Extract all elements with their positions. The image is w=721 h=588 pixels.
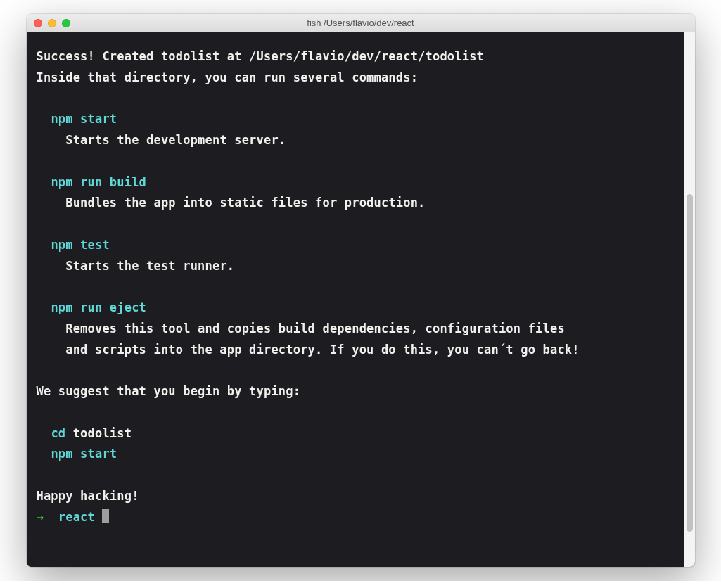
terminal-window: fish /Users/flavio/dev/react Success! Cr…	[27, 14, 695, 567]
scrollbar-thumb[interactable]	[687, 194, 693, 532]
traffic-lights	[34, 19, 70, 27]
prompt-arrow-icon: →	[37, 510, 44, 524]
window-title: fish /Users/flavio/dev/react	[27, 18, 695, 28]
cursor-icon	[102, 509, 109, 523]
inside-line: Inside that directory, you can run sever…	[37, 70, 419, 84]
terminal-output[interactable]: Success! Created todolist at /Users/flav…	[27, 32, 684, 567]
titlebar[interactable]: fish /Users/flavio/dev/react	[27, 14, 695, 32]
happy-line: Happy hacking!	[37, 489, 139, 503]
cmd-build-desc: Bundles the app into static files for pr…	[65, 196, 425, 210]
maximize-icon[interactable]	[62, 19, 70, 27]
cmd-start: npm start	[51, 112, 117, 126]
suggest-start: npm start	[51, 447, 117, 461]
close-icon[interactable]	[34, 19, 42, 27]
cmd-test-desc: Starts the test runner.	[65, 259, 234, 273]
minimize-icon[interactable]	[48, 19, 56, 27]
cmd-build: npm run build	[51, 175, 146, 189]
cmd-test: npm test	[51, 238, 109, 252]
cmd-start-desc: Starts the development server.	[65, 133, 286, 147]
success-line: Success! Created todolist at /Users/flav…	[37, 49, 485, 63]
suggest-cd: cd	[51, 426, 65, 440]
suggest-cd-arg: todolist	[73, 426, 132, 440]
cmd-eject-desc: Removes this tool and copies build depen…	[37, 321, 580, 357]
scrollbar-track[interactable]	[684, 32, 695, 567]
terminal-wrapper: Success! Created todolist at /Users/flav…	[27, 32, 695, 567]
cmd-eject: npm run eject	[51, 300, 146, 314]
suggest-line: We suggest that you begin by typing:	[37, 384, 301, 398]
prompt-cwd: react	[58, 510, 95, 524]
